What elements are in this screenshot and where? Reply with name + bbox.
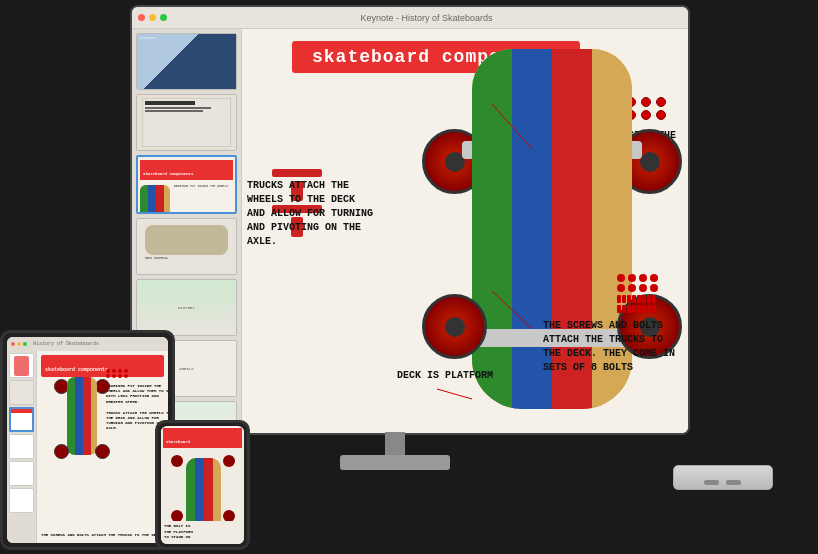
monitor-toolbar: Keynote - History of Skateboards (132, 7, 688, 29)
window-title: Keynote - History of Skateboards (360, 13, 492, 23)
iphone-screen: skateboard THE BOLT ISTHE P (161, 426, 244, 544)
ipad-screws-text: THE SCREWS AND BOLTS ATTACH THE TRUCKS T… (41, 533, 166, 538)
iphone[interactable]: skateboard THE BOLT ISTHE P (155, 420, 250, 550)
stripe-green (472, 49, 512, 409)
monitor-base (340, 455, 450, 470)
maximize-button[interactable] (160, 14, 167, 21)
ipad-sidebar: sk (7, 351, 37, 543)
screws-dots (617, 274, 658, 313)
slide-thumb-1[interactable]: SKATEBO (136, 33, 237, 90)
ipad-title-text: History of Skateboards (33, 341, 99, 347)
trucks-annotation: TRUCKS ATTACH THE WHEELS TO THE DECK AND… (247, 179, 377, 249)
bearing-dot-4 (656, 97, 666, 107)
ipad-content: sk skateboard components (7, 351, 168, 543)
wheel-bottom-left (422, 294, 487, 359)
iphone-annotation-text: THE BOLT ISTHE PLATFORMTO STAND ON (164, 524, 193, 541)
ipad-bearings-text: BEARINGS FIT INSIDE THE WHEELS AND ALLOW… (106, 384, 168, 405)
ipad-close[interactable] (11, 342, 15, 346)
main-content: skateboard components TRUCKS ATTACH THE … (242, 29, 688, 433)
slide-thumb-2[interactable] (136, 94, 237, 151)
monitor: Keynote - History of Skateboards SKATEBO (130, 5, 690, 435)
deck-annotation: DECK IS PLATFORM (397, 369, 497, 383)
ipad-maximize[interactable] (23, 342, 27, 346)
mac-mini (673, 465, 773, 490)
slide-thumb-4[interactable]: DECK MATERIAL (136, 218, 237, 275)
iphone-skateboard (161, 450, 244, 521)
mac-mini-port-1 (704, 480, 719, 485)
ipad[interactable]: History of Skateboards sk sk (0, 330, 175, 550)
ipad-main: skateboard components (37, 351, 168, 543)
skateboard-area: BEARINGS FIT INSIDE THE WHEELS AND ALLOW… (392, 29, 688, 433)
bearing-dot-8 (656, 110, 666, 120)
screws-annotation: THE SCREWS AND BOLTS ATTACH THE TRUCKS T… (543, 319, 683, 375)
slide-thumb-5[interactable]: HISTORY (136, 279, 237, 336)
ipad-minimize[interactable] (17, 342, 21, 346)
iphone-title: skateboard (166, 440, 190, 444)
close-button[interactable] (138, 14, 145, 21)
mac-mini-port-2 (726, 480, 741, 485)
ipad-toolbar: History of Skateboards (7, 337, 168, 351)
monitor-screen: Keynote - History of Skateboards SKATEBO (132, 7, 688, 433)
ipad-screen: History of Skateboards sk sk (7, 337, 168, 543)
slide-thumb-3[interactable]: skateboard components BEARINGS FIT INSID… (136, 155, 237, 214)
minimize-button[interactable] (149, 14, 156, 21)
thumb-active-title: skateboard components (143, 172, 193, 176)
iphone-content: skateboard THE BOLT ISTHE P (161, 428, 244, 544)
